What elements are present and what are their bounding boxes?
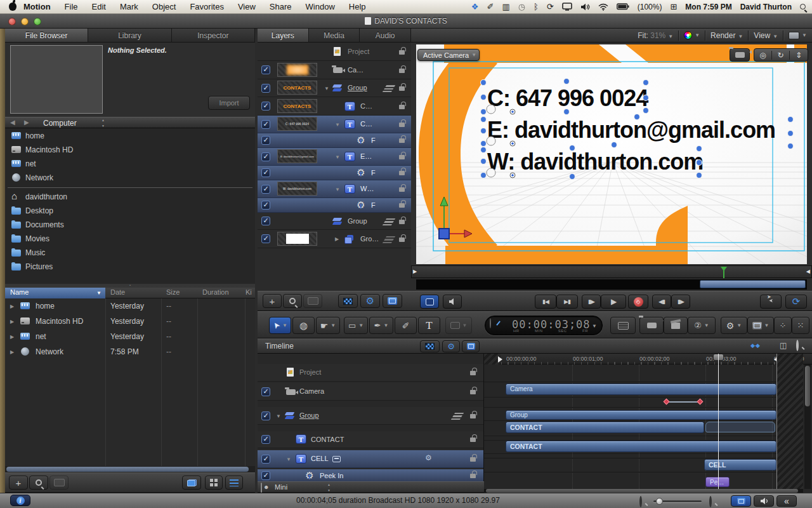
display-icon[interactable] xyxy=(562,3,572,11)
timeline-zoom-button[interactable] xyxy=(796,341,799,350)
lock-icon[interactable] xyxy=(399,187,405,192)
show-keyframes-button[interactable]: ◆-◆ xyxy=(750,342,759,349)
layers-row-group2[interactable]: Group xyxy=(258,213,411,230)
layers-row-project[interactable]: Project xyxy=(258,43,411,61)
tab-library[interactable]: Library xyxy=(88,29,171,43)
timeline-row-cell[interactable]: ▼ CELL ⚙ xyxy=(258,450,483,468)
list-item[interactable]: Pictures xyxy=(6,260,254,273)
view-layout-menu[interactable]: ▼ xyxy=(789,32,807,39)
mask-tool[interactable]: ▼ xyxy=(445,317,472,334)
zoom-out-icon[interactable] xyxy=(639,496,642,507)
spotlight-icon[interactable] xyxy=(800,4,806,10)
show-masks-button[interactable] xyxy=(338,294,358,308)
menu-mark[interactable]: Mark xyxy=(113,2,145,11)
pan-camera-tool[interactable]: ◎ xyxy=(754,51,772,60)
table-row[interactable]: ▶ Network 7:58 PM -- xyxy=(5,344,255,359)
preview-toggle-button[interactable] xyxy=(49,476,69,490)
checkbox[interactable] xyxy=(261,168,270,177)
track-bar-cell[interactable]: CELL xyxy=(704,459,776,471)
apple-menu-icon[interactable] xyxy=(9,3,16,11)
checkbox[interactable] xyxy=(261,65,270,74)
timeline-show-behaviors-button[interactable]: ⚙ xyxy=(442,340,460,352)
fullscreen-button[interactable]: ➤➤ xyxy=(760,295,782,309)
camera-view-menu[interactable]: Active Camera▼ xyxy=(417,49,480,61)
show-audio-button[interactable] xyxy=(754,495,774,507)
timeline-vscrollbar[interactable] xyxy=(804,364,811,489)
checkbox[interactable] xyxy=(261,152,270,161)
filter-button[interactable] xyxy=(303,294,322,308)
layers-row-behavior[interactable]: F xyxy=(258,166,411,180)
loop-button[interactable]: ⟳ xyxy=(785,295,807,309)
menu-help[interactable]: Help xyxy=(342,2,373,11)
list-item[interactable]: net xyxy=(6,157,254,170)
timeline-zoom-preset[interactable]: Mini xyxy=(275,483,287,491)
lock-icon[interactable] xyxy=(470,474,476,478)
show-timeline-button[interactable] xyxy=(731,495,751,507)
checkbox[interactable] xyxy=(261,471,270,480)
checkbox[interactable] xyxy=(261,120,270,129)
disclosure-icon[interactable]: ▶ xyxy=(10,334,14,340)
pan-tool[interactable]: ☛▼ xyxy=(316,317,340,334)
clapboard-button[interactable] xyxy=(664,317,688,334)
timeline-row-group[interactable]: ▼ Group xyxy=(258,407,483,425)
in-marker[interactable]: ▶ xyxy=(413,269,417,274)
zoom-preset-stepper[interactable]: ▲▼ xyxy=(327,482,331,493)
table-row[interactable]: ▶ Macintosh HD Yesterday -- xyxy=(5,314,255,329)
layers-row-behavior[interactable]: F xyxy=(258,198,411,213)
text-tool[interactable]: T xyxy=(418,317,440,334)
disclosure-icon[interactable]: ▼ xyxy=(286,457,291,462)
lock-icon[interactable] xyxy=(470,457,476,462)
mini-track-clip[interactable] xyxy=(700,280,806,288)
track-bar-peek-in[interactable]: Pe… xyxy=(705,477,730,487)
checkbox[interactable] xyxy=(261,201,270,210)
disclosure-icon[interactable]: ▶ xyxy=(10,349,14,355)
timeline-row-peek-in[interactable]: Peek In xyxy=(258,469,483,482)
file-table-hscrollbar[interactable] xyxy=(5,466,255,472)
input-source-icon[interactable]: ⊞ xyxy=(670,3,677,11)
scrollbar-thumb[interactable] xyxy=(6,467,249,472)
layers-row-camera[interactable]: Ca… xyxy=(258,61,411,79)
menu-edit[interactable]: Edit xyxy=(85,2,113,11)
tab-audio[interactable]: Audio xyxy=(360,29,411,43)
marker-icon[interactable]: ✐ xyxy=(487,3,494,11)
lock-icon[interactable] xyxy=(399,69,405,73)
lock-icon[interactable] xyxy=(399,171,405,175)
list-item[interactable]: Documents xyxy=(6,218,254,231)
lock-icon[interactable] xyxy=(399,138,405,143)
disclosure-icon[interactable]: ▼ xyxy=(335,154,340,160)
wifi-icon[interactable] xyxy=(598,3,608,11)
view-menu[interactable]: View▼ xyxy=(754,31,778,40)
track-bar-contact-ghost[interactable] xyxy=(705,422,775,432)
play-range-start-marker[interactable] xyxy=(498,356,506,363)
location-stepper[interactable]: ▲▼ xyxy=(102,117,105,129)
lock-icon[interactable] xyxy=(399,203,405,208)
playhead-line[interactable] xyxy=(718,354,719,489)
lock-icon[interactable] xyxy=(399,220,405,224)
timeline-ruler[interactable]: 00:00:00;00 00:00:01;00 00:00:02;00 00:0… xyxy=(484,354,812,364)
checkbox[interactable] xyxy=(261,102,270,110)
volume-icon[interactable] xyxy=(580,3,590,11)
show-filters-button[interactable] xyxy=(383,294,402,308)
column-header-duration[interactable]: Duration xyxy=(202,288,229,296)
fit-menu[interactable]: Fit: 31%▼ xyxy=(638,31,673,40)
track-bar-contact-2[interactable]: CONTACT xyxy=(506,441,776,452)
menu-view[interactable]: View xyxy=(231,2,263,11)
back-icon[interactable]: ◀ xyxy=(10,119,15,126)
window-title-bar[interactable]: DAVID'S CONTACTS xyxy=(0,14,812,29)
dropbox-icon[interactable]: ❖ xyxy=(471,3,479,11)
menu-motion[interactable]: Motion xyxy=(16,2,58,11)
step-forward-button[interactable]: ▮▶ xyxy=(671,295,690,309)
lock-icon[interactable] xyxy=(470,438,476,442)
float-window-button[interactable] xyxy=(182,476,201,490)
show-project-pane-button[interactable] xyxy=(420,295,439,309)
list-view-button[interactable] xyxy=(225,476,243,490)
menu-file[interactable]: File xyxy=(58,2,85,11)
lock-icon[interactable] xyxy=(399,237,405,242)
lock-icon[interactable] xyxy=(399,50,405,55)
add-behavior-button[interactable]: ⚙▼ xyxy=(721,317,747,334)
make-particles-button[interactable]: ⁘ xyxy=(774,317,792,334)
lock-icon[interactable] xyxy=(470,371,476,375)
out-marker[interactable]: ◀ xyxy=(806,269,810,274)
layers-row-email-text[interactable]: E: davidthurton@gmail.com ▼ E… xyxy=(258,148,411,166)
add-filter-button[interactable]: ▼ xyxy=(747,317,774,334)
